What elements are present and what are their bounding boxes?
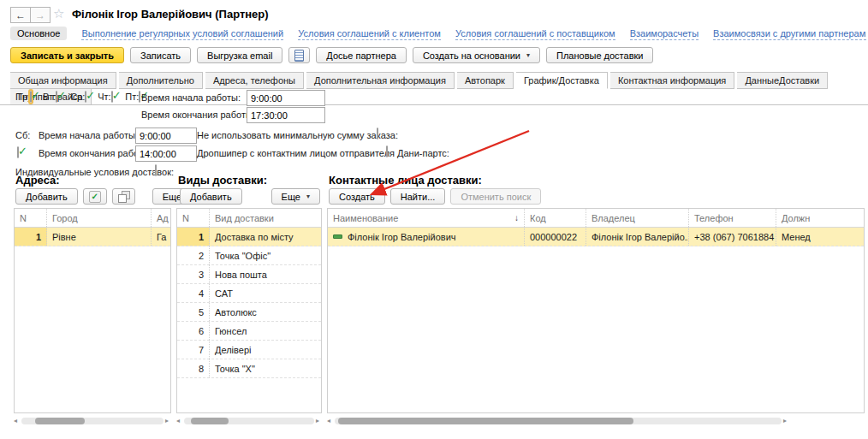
work-start-label: Время начала работы: — [141, 92, 241, 103]
delivery-row[interactable]: 1 Доставка по місту — [177, 228, 321, 246]
dropdown-caret-icon: ▾ — [526, 51, 530, 59]
contact-name-text: Філонік Ігор Валерійович — [348, 232, 456, 242]
tab[interactable]: Дополнительно — [119, 72, 203, 89]
delivery-row[interactable]: 5 Автолюкс — [177, 303, 321, 322]
delivery-more-button[interactable]: Еще▾ — [271, 188, 320, 205]
col-n[interactable]: N — [15, 209, 47, 227]
delivery-row[interactable]: 2 Точка "Офіс" — [177, 246, 321, 265]
delivery-row-type: САТ — [210, 284, 321, 302]
saturday-label: Сб: — [15, 130, 30, 140]
delivery-toolbar: Добавить Еще▾ — [180, 188, 320, 205]
scroll-right-icon[interactable]: ▸ — [316, 417, 322, 424]
col-code[interactable]: Код — [525, 209, 586, 227]
delivery-row-n: 5 — [177, 303, 210, 321]
weekday-checkbox[interactable] — [56, 91, 57, 103]
col-city[interactable]: Город — [47, 209, 152, 227]
col-n[interactable]: N — [177, 209, 210, 227]
forward-button[interactable]: → — [31, 7, 51, 23]
tab[interactable]: График/Доставка — [516, 72, 608, 89]
col-phone[interactable]: Телефон — [689, 209, 776, 227]
col-delivery-type[interactable]: Вид доставки — [210, 209, 321, 227]
contacts-hscrollbar[interactable]: ◂ ▸ — [327, 417, 789, 424]
favorite-star-icon[interactable]: ☆ — [53, 6, 64, 21]
save-button[interactable]: Записать — [130, 47, 191, 63]
delivery-row[interactable]: 8 Точка "Х" — [177, 359, 321, 378]
delivery-row-n: 8 — [177, 359, 210, 377]
col-address[interactable]: Ад — [152, 209, 170, 227]
addresses-hscrollbar[interactable]: ◂ ▸ — [14, 417, 171, 424]
weekday-checkbox[interactable] — [139, 91, 140, 103]
nav-link[interactable]: Условия соглашений с клиентом — [298, 28, 441, 40]
nav-link[interactable]: Условия соглашений с поставщиком — [455, 28, 615, 40]
address-copy-button[interactable] — [112, 188, 135, 205]
tab[interactable]: Дополнительная информация — [306, 72, 455, 89]
email-export-button[interactable]: Выгрузка email — [197, 47, 282, 63]
address-row[interactable]: 1 Рівне Га — [15, 228, 170, 246]
nav-item-main[interactable]: Основное — [10, 27, 67, 40]
nav-link[interactable]: Взаимосвязи с другими партнерами — [713, 28, 866, 40]
contact-row[interactable]: Філонік Ігор Валерійович 000000022 Філон… — [328, 228, 864, 246]
create-based-on-button[interactable]: Создать на основании▾ — [413, 47, 540, 63]
nav-link[interactable]: Выполнение регулярных условий соглашений — [81, 28, 283, 40]
sat-start-input[interactable] — [135, 128, 197, 144]
contact-row-position: Менед — [776, 228, 864, 246]
history-nav: ← → — [10, 7, 51, 23]
weekday-column: Чт: — [98, 92, 122, 102]
col-name-label: Наименование — [333, 213, 398, 223]
tab[interactable]: Общая информация — [10, 72, 116, 89]
scroll-right-icon[interactable]: ▸ — [165, 417, 171, 424]
col-name[interactable]: Наименование ↓ — [328, 209, 525, 227]
individual-terms-checkbox[interactable] — [155, 164, 157, 176]
work-start-input[interactable] — [247, 90, 325, 106]
delivery-hscrollbar[interactable]: ◂ ▸ — [176, 417, 322, 424]
scroll-right-icon[interactable]: ▸ — [783, 417, 789, 424]
work-end-input[interactable] — [247, 107, 325, 123]
planned-deliveries-button[interactable]: Плановые доставки — [546, 47, 653, 63]
weekday-label: Вт: — [43, 92, 56, 102]
delivery-row[interactable]: 7 Делівері — [177, 341, 321, 359]
notebook-icon — [294, 50, 304, 62]
addresses-header: N Город Ад — [15, 209, 170, 228]
check-icon: ✓ — [89, 191, 101, 203]
address-row-n: 1 — [15, 228, 47, 246]
contact-find-button[interactable]: Найти... — [390, 188, 446, 205]
weekday-checkbox[interactable] — [111, 91, 113, 103]
weekday-column: Пн: — [15, 92, 40, 102]
notes-button[interactable] — [288, 47, 310, 63]
back-button[interactable]: ← — [10, 7, 31, 23]
contact-create-button[interactable]: Создать — [329, 188, 385, 205]
contact-cancel-search-button[interactable]: Отменить поиск — [450, 188, 541, 205]
contact-person-icon — [333, 234, 342, 239]
tab[interactable]: Контактная информация — [610, 72, 734, 89]
tab[interactable]: ДанныеДоставки — [737, 72, 828, 89]
delivery-row[interactable]: 3 Нова пошта — [177, 265, 321, 284]
partner-card-window: ← → ☆ Філонік Ігор Валерійович (Партнер)… — [0, 0, 868, 439]
tab[interactable]: Адреса, телефоны — [205, 72, 304, 89]
col-owner[interactable]: Владелец — [586, 209, 689, 227]
scroll-left-icon[interactable]: ◂ — [176, 417, 182, 424]
weekday-label: Пт: — [125, 92, 139, 102]
scroll-left-icon[interactable]: ◂ — [327, 417, 333, 424]
weekday-checkbox[interactable] — [85, 91, 86, 103]
delivery-add-button[interactable]: Добавить — [180, 188, 242, 205]
delivery-row[interactable]: 6 Гюнсел — [177, 322, 321, 341]
section-nav: Основное Выполнение регулярных условий с… — [10, 27, 866, 40]
delivery-row-type: Точка "Х" — [210, 359, 321, 377]
delivery-row-n: 1 — [177, 228, 210, 246]
nav-link[interactable]: Взаиморасчеты — [630, 28, 699, 40]
saturday-checkbox[interactable] — [17, 146, 19, 158]
dropshipper-checkbox[interactable] — [386, 145, 388, 157]
contact-row-owner: Філонік Ігор Валерійо... — [586, 228, 689, 246]
no-min-sum-checkbox[interactable] — [377, 128, 378, 139]
sat-end-input[interactable] — [135, 145, 197, 162]
delivery-row[interactable]: 4 САТ — [177, 284, 321, 303]
tab[interactable]: Автопарк — [457, 72, 514, 89]
save-and-close-button[interactable]: Записать и закрыть — [10, 47, 124, 63]
address-verify-button[interactable]: ✓ — [83, 188, 107, 205]
address-add-button[interactable]: Добавить — [15, 188, 78, 205]
col-position[interactable]: Должн — [776, 209, 864, 227]
weekday-checkbox[interactable] — [30, 91, 32, 103]
delivery-row-n: 3 — [177, 265, 210, 283]
scroll-left-icon[interactable]: ◂ — [14, 417, 20, 424]
partner-dossier-button[interactable]: Досье партнера — [316, 47, 407, 63]
